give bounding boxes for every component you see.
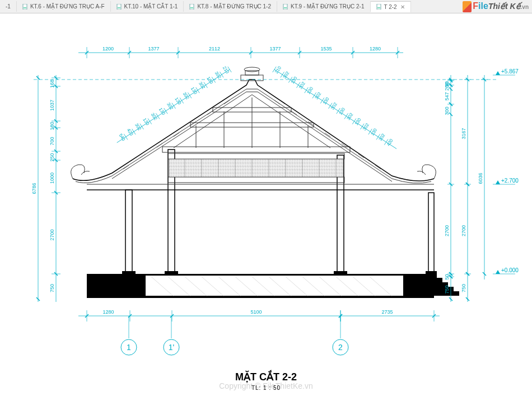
svg-text:2700: 2700	[49, 229, 55, 240]
svg-rect-31	[165, 271, 178, 274]
svg-text:302: 302	[150, 112, 158, 122]
drawing-title: MẶT CẮT 2-2	[235, 370, 297, 383]
svg-text:2: 2	[338, 343, 343, 352]
svg-text:1377: 1377	[269, 46, 281, 52]
svg-text:302: 302	[314, 91, 323, 101]
svg-text:130: 130	[142, 117, 150, 127]
logo-watermark: FileThiết Kế.vn	[463, 1, 529, 12]
doc-icon	[283, 4, 288, 10]
svg-text:1000: 1000	[49, 173, 55, 184]
svg-text:2700: 2700	[461, 225, 466, 236]
svg-text:302: 302	[134, 123, 142, 132]
svg-text:302: 302	[298, 81, 306, 90]
svg-text:+2.700: +2.700	[501, 178, 519, 184]
svg-text:130: 130	[158, 107, 166, 117]
dims-left: 168103718070025010002700750 6786	[31, 75, 60, 302]
svg-text:130: 130	[370, 127, 378, 137]
svg-text:+5.867: +5.867	[501, 68, 519, 74]
svg-rect-38	[162, 147, 350, 152]
svg-text:3167: 3167	[461, 128, 466, 139]
close-icon[interactable]: ✕	[400, 4, 405, 10]
svg-rect-30	[122, 271, 136, 274]
svg-rect-7	[284, 7, 287, 8]
svg-text:6036: 6036	[478, 173, 483, 184]
dims-top: 120013772112137715351280	[78, 46, 403, 58]
svg-rect-6	[283, 4, 287, 10]
svg-text:50: 50	[444, 274, 450, 279]
svg-text:302: 302	[362, 122, 370, 132]
tab-kt6[interactable]: KT.6 - MẶT ĐỨNG TRỤC A-F	[17, 1, 111, 12]
svg-text:2700: 2700	[444, 225, 450, 236]
doc-icon	[376, 4, 382, 10]
tab-kt8[interactable]: KT.8 - MẶT ĐỨNG TRỤC 1-2	[184, 1, 277, 12]
svg-text:302: 302	[214, 71, 222, 80]
svg-text:130: 130	[306, 86, 314, 95]
logo-icon	[463, 1, 472, 12]
tab-active[interactable]: T 2-2 ✕	[371, 1, 411, 12]
svg-line-61	[224, 100, 230, 104]
beams	[87, 147, 434, 190]
svg-text:1': 1'	[169, 343, 174, 352]
svg-text:130: 130	[190, 86, 198, 96]
svg-text:200: 200	[444, 82, 450, 91]
svg-point-52	[244, 67, 260, 72]
svg-rect-32	[334, 271, 347, 274]
svg-text:130: 130	[174, 96, 182, 106]
svg-rect-8	[377, 4, 381, 10]
svg-rect-1	[24, 7, 26, 8]
svg-text:700: 700	[49, 137, 55, 145]
dims-right: 90547300200270050750 31672700750 6036 +5…	[444, 68, 519, 302]
svg-line-62	[375, 165, 381, 169]
svg-rect-4	[190, 4, 194, 10]
svg-rect-11	[146, 276, 403, 296]
svg-rect-0	[23, 4, 27, 10]
svg-text:302: 302	[182, 91, 190, 101]
svg-text:420: 420	[386, 138, 394, 147]
svg-text:300: 300	[444, 106, 450, 115]
svg-text:210: 210	[274, 65, 282, 74]
svg-text:420: 420	[126, 128, 134, 137]
svg-text:130: 130	[206, 76, 214, 85]
svg-text:130: 130	[290, 76, 298, 85]
svg-text:168: 168	[49, 80, 55, 88]
dims-bottom: 128051002735 11'2	[78, 309, 440, 355]
drawing-canvas[interactable]: 120013772112137715351280 210302130302130…	[0, 13, 532, 396]
svg-rect-29	[428, 193, 434, 274]
doc-icon	[116, 4, 122, 10]
svg-text:5100: 5100	[250, 309, 262, 315]
svg-text:1377: 1377	[148, 46, 159, 52]
svg-text:+0.000: +0.000	[501, 267, 519, 273]
svg-text:180: 180	[49, 122, 55, 130]
svg-text:2112: 2112	[209, 46, 220, 52]
svg-text:130: 130	[354, 117, 362, 127]
svg-text:302: 302	[282, 71, 291, 80]
svg-rect-3	[118, 7, 120, 8]
svg-text:302: 302	[378, 133, 386, 142]
svg-text:1200: 1200	[102, 46, 114, 52]
tab-kt10[interactable]: KT.10 - MẶT CẮT 1-1	[111, 1, 184, 12]
doc-icon	[189, 4, 195, 10]
svg-text:1280: 1280	[102, 309, 114, 315]
svg-text:547: 547	[444, 92, 450, 100]
svg-text:302: 302	[166, 102, 174, 111]
roof-dim-annotations: 2103021303021303021303021303021303021303…	[114, 64, 399, 151]
svg-rect-2	[117, 4, 121, 10]
svg-text:750: 750	[461, 284, 466, 292]
svg-text:130: 130	[338, 106, 346, 116]
svg-text:2735: 2735	[381, 309, 393, 315]
svg-text:210: 210	[222, 66, 230, 75]
svg-text:302: 302	[346, 112, 354, 122]
tab-partial[interactable]: -1	[0, 1, 17, 12]
svg-text:1037: 1037	[49, 100, 55, 111]
svg-text:750: 750	[444, 285, 450, 293]
svg-text:540: 540	[118, 133, 127, 142]
svg-text:302: 302	[198, 81, 206, 90]
tab-bar: -1 KT.6 - MẶT ĐỨNG TRỤC A-F KT.10 - MẶT …	[0, 0, 532, 13]
tab-kt9[interactable]: KT.9 - MẶT ĐỨNG TRỤC 2-1	[277, 1, 371, 12]
svg-rect-33	[426, 271, 437, 274]
copyright-watermark: Copyright © FileThietKe.vn	[219, 381, 313, 390]
svg-text:1280: 1280	[370, 46, 381, 52]
svg-text:302: 302	[330, 101, 338, 111]
foundation	[87, 274, 459, 298]
svg-rect-9	[377, 7, 380, 8]
